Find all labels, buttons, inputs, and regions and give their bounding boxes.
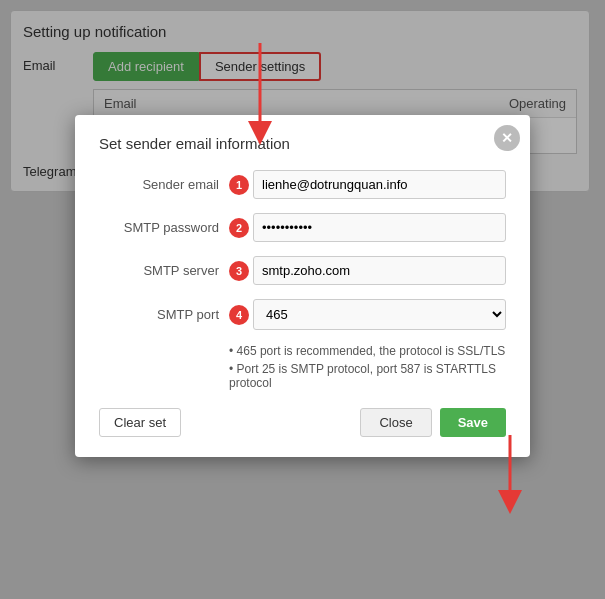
smtp-port-select[interactable]: 465 25 587 [253,299,506,330]
sender-email-row: Sender email 1 [99,170,506,199]
clear-set-button[interactable]: Clear set [99,408,181,437]
step-badge-2: 2 [229,218,249,238]
smtp-server-input-group: 3 [229,256,506,285]
footer-right-buttons: Close Save [360,408,506,437]
step-badge-3: 3 [229,261,249,281]
sender-email-modal: ✕ Set sender email information Sender em… [75,115,530,457]
sender-email-input[interactable] [253,170,506,199]
modal-close-button[interactable]: ✕ [494,125,520,151]
smtp-port-select-group: 4 465 25 587 [229,299,506,330]
info-text-1: 465 port is recommended, the protocol is… [229,344,506,358]
smtp-password-label: SMTP password [99,220,229,235]
smtp-password-input-group: 2 [229,213,506,242]
step-badge-1: 1 [229,175,249,195]
modal-title: Set sender email information [99,135,506,152]
smtp-server-input[interactable] [253,256,506,285]
sender-email-label: Sender email [99,177,229,192]
modal-footer: Clear set Close Save [99,408,506,437]
step-badge-4: 4 [229,305,249,325]
smtp-port-row: SMTP port 4 465 25 587 [99,299,506,330]
sender-email-input-group: 1 [229,170,506,199]
info-text-2: Port 25 is SMTP protocol, port 587 is ST… [229,362,506,390]
save-button[interactable]: Save [440,408,506,437]
smtp-password-input[interactable] [253,213,506,242]
smtp-password-row: SMTP password 2 [99,213,506,242]
smtp-server-label: SMTP server [99,263,229,278]
smtp-port-label: SMTP port [99,307,229,322]
smtp-server-row: SMTP server 3 [99,256,506,285]
close-button[interactable]: Close [360,408,431,437]
